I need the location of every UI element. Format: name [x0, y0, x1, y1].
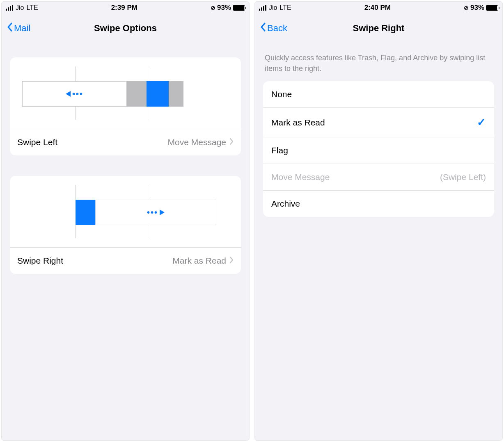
back-button[interactable]: Back — [260, 22, 287, 34]
options-list: None Mark as Read ✓ Flag Move Message (S… — [263, 81, 494, 217]
option-move-message: Move Message (Swipe Left) — [263, 164, 494, 191]
arrow-left-icon: ••• — [66, 89, 83, 99]
back-label: Mail — [14, 23, 30, 34]
option-label: Mark as Read — [271, 118, 325, 128]
back-label: Back — [267, 23, 287, 34]
nav-title: Swipe Right — [255, 23, 502, 34]
chevron-right-icon — [229, 256, 234, 266]
rotation-lock-icon: ⊘ — [464, 5, 469, 11]
checkmark-icon: ✓ — [477, 116, 486, 129]
signal-icon — [259, 5, 266, 11]
status-bar: Jio LTE 2:40 PM ⊘ 93% — [255, 2, 502, 14]
swipe-right-row[interactable]: Swipe Right Mark as Read — [10, 248, 241, 274]
arrow-right-icon: ••• — [147, 208, 165, 217]
section-description: Quickly access features like Trash, Flag… — [263, 43, 494, 78]
chevron-left-icon — [7, 22, 13, 34]
row-label: Swipe Right — [17, 256, 63, 266]
signal-icon — [6, 5, 13, 11]
swipe-left-preview: ••• — [10, 57, 241, 129]
swipe-right-preview: ••• — [10, 176, 241, 248]
option-aside: (Swipe Left) — [440, 172, 486, 182]
swipe-right-card: ••• Swipe Right Mark as Read — [10, 176, 241, 274]
row-value: Move Message — [168, 137, 226, 147]
clock: 2:40 PM — [291, 4, 464, 12]
row-value: Mark as Read — [172, 256, 226, 266]
battery-percent: 93% — [217, 4, 231, 12]
phone-swipe-right: Jio LTE 2:40 PM ⊘ 93% Back Swipe Right Q… — [255, 2, 502, 440]
battery-percent: 93% — [470, 4, 484, 12]
chevron-right-icon — [229, 137, 234, 147]
phone-swipe-options: Jio LTE 2:39 PM ⊘ 93% Mail Swipe Options — [2, 2, 249, 440]
swipe-left-card: ••• Swipe Left Move Message — [10, 57, 241, 155]
option-archive[interactable]: Archive — [263, 191, 494, 217]
row-label: Swipe Left — [17, 137, 57, 147]
nav-bar: Mail Swipe Options — [2, 14, 249, 43]
clock: 2:39 PM — [38, 4, 211, 12]
network-label: LTE — [26, 4, 38, 11]
option-label: Move Message — [271, 172, 330, 182]
network-label: LTE — [279, 4, 291, 11]
rotation-lock-icon: ⊘ — [211, 5, 215, 11]
option-label: Archive — [271, 199, 300, 209]
option-flag[interactable]: Flag — [263, 137, 494, 164]
carrier-label: Jio — [269, 4, 277, 11]
carrier-label: Jio — [16, 4, 24, 11]
option-none[interactable]: None — [263, 81, 494, 108]
battery-icon — [233, 5, 245, 11]
option-label: Flag — [271, 146, 288, 155]
nav-bar: Back Swipe Right — [255, 14, 502, 43]
option-label: None — [271, 89, 292, 99]
option-mark-as-read[interactable]: Mark as Read ✓ — [263, 108, 494, 137]
status-bar: Jio LTE 2:39 PM ⊘ 93% — [2, 2, 249, 14]
chevron-left-icon — [260, 22, 266, 34]
nav-title: Swipe Options — [2, 23, 249, 34]
back-button[interactable]: Mail — [7, 22, 30, 34]
battery-icon — [486, 5, 498, 11]
swipe-left-row[interactable]: Swipe Left Move Message — [10, 129, 241, 155]
